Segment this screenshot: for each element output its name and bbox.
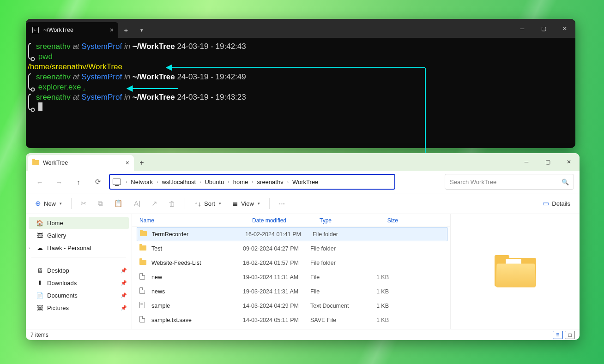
terminal-tab[interactable]: >_ ~/WorkTree × xyxy=(26,22,118,38)
explorer-window: WorkTree × + ─ ▢ ✕ ← → ↑ ⟳ › Network›wsl… xyxy=(26,153,580,340)
file-list: Name Date modified Type Size TermRecorde… xyxy=(132,214,450,329)
folder-icon xyxy=(139,260,149,266)
breadcrumb-seg[interactable]: home xyxy=(233,179,248,185)
explorer-tab[interactable]: WorkTree × xyxy=(28,155,134,171)
file-name: TermRecorder xyxy=(152,231,188,238)
breadcrumb[interactable]: › Network›wsl.localhost›Ubuntu›home›sree… xyxy=(109,174,395,190)
nav-item-label: Home xyxy=(47,220,63,227)
file-type: File folder xyxy=(310,245,364,252)
more-button[interactable]: ⋯ xyxy=(274,197,290,210)
breadcrumb-seg[interactable]: wsl.localhost xyxy=(162,179,196,185)
terminal-minimize[interactable]: ─ xyxy=(512,19,533,38)
separator xyxy=(71,198,72,209)
terminal-icon: >_ xyxy=(32,27,39,33)
file-list-header[interactable]: Name Date modified Type Size xyxy=(132,214,450,227)
nav-pinned-item[interactable]: 📄Documents📌 xyxy=(26,289,132,302)
breadcrumb-seg[interactable]: WorkTree xyxy=(292,179,318,185)
col-date[interactable]: Date modified xyxy=(252,217,320,224)
file-row[interactable]: Website-Feeds-List16-02-2024 01:57 PMFil… xyxy=(132,256,450,270)
explorer-close[interactable]: ✕ xyxy=(558,153,580,171)
nav-item-label: Downloads xyxy=(47,280,77,286)
folder-icon xyxy=(139,245,149,252)
nav-item[interactable]: 🏠Home xyxy=(29,217,129,229)
terminal-dropdown[interactable]: ▾ xyxy=(134,22,150,38)
file-row[interactable]: news19-03-2024 11:31 AMFile1 KB xyxy=(132,284,450,298)
sort-button[interactable]: ↑↓ Sort ▾ xyxy=(190,197,226,210)
terminal-close[interactable]: ✕ xyxy=(554,19,575,38)
breadcrumb-separator: › xyxy=(287,179,289,185)
forward-button[interactable]: → xyxy=(51,173,67,190)
share-button[interactable]: ↗ xyxy=(147,197,162,210)
file-type: File xyxy=(310,274,364,280)
explorer-window-controls: ─ ▢ ✕ xyxy=(516,153,580,171)
home-icon: 🏠 xyxy=(36,220,43,227)
breadcrumb-seg[interactable]: Network xyxy=(131,179,153,185)
file-date: 16-02-2024 01:41 PM xyxy=(245,231,313,238)
breadcrumb-seg[interactable]: Ubuntu xyxy=(205,179,224,185)
nav-pinned-item[interactable]: ⬇Downloads📌 xyxy=(26,277,132,289)
details-label: Details xyxy=(552,200,570,207)
paste-button[interactable]: 📋 xyxy=(109,197,127,210)
explorer-new-tab[interactable]: + xyxy=(134,155,150,171)
file-row[interactable]: new19-03-2024 11:31 AMFile1 KB xyxy=(132,270,450,284)
search-input[interactable]: Search WorkTree 🔍 xyxy=(445,174,574,190)
breadcrumb-seg[interactable]: sreenathv xyxy=(257,179,284,185)
pin-icon: 📌 xyxy=(121,292,127,298)
explorer-tab-close[interactable]: × xyxy=(126,159,129,167)
terminal-maximize[interactable]: ▢ xyxy=(533,19,554,38)
nav-item-label: Desktop xyxy=(47,267,69,274)
status-bar: 7 items ≣ ◫ xyxy=(26,329,580,340)
explorer-titlebar[interactable]: WorkTree × + ─ ▢ ✕ xyxy=(26,153,580,171)
nav-item-label: Gallery xyxy=(47,232,66,239)
delete-button[interactable]: 🗑 xyxy=(164,197,180,210)
file-date: 19-03-2024 11:31 AM xyxy=(243,274,310,280)
file-date: 14-03-2024 05:11 PM xyxy=(243,317,310,323)
details-view-icon[interactable]: ≣ xyxy=(553,331,563,339)
nav-item-label: Pictures xyxy=(47,304,69,311)
view-button[interactable]: ≣ View ▾ xyxy=(228,197,265,210)
new-button[interactable]: ⊕ New ▾ xyxy=(30,197,66,210)
terminal-tab-close[interactable]: × xyxy=(110,26,114,34)
trash-icon: 🗑 xyxy=(169,200,175,208)
file-name: sample xyxy=(151,303,170,309)
pictures-icon: 🖼 xyxy=(36,304,43,311)
refresh-button[interactable]: ⟳ xyxy=(90,173,106,190)
desktop-icon: 🖥 xyxy=(36,267,43,274)
file-size: 1 KB xyxy=(364,288,392,295)
preview-pane xyxy=(450,214,580,329)
rename-button[interactable]: Aǀ xyxy=(129,197,145,210)
col-name[interactable]: Name xyxy=(139,217,252,224)
terminal-window: >_ ~/WorkTree × + ▾ ─ ▢ ✕ sreenathv at S… xyxy=(26,19,575,148)
pin-icon: 📌 xyxy=(121,280,127,286)
nav-item[interactable]: ›☁Hawk - Personal xyxy=(26,242,132,254)
terminal-body[interactable]: sreenathv at SystemProf in ~/WorkTree 24… xyxy=(26,38,575,116)
file-date: 14-03-2024 04:29 PM xyxy=(243,303,310,309)
nav-pane[interactable]: 🏠Home🖼Gallery›☁Hawk - Personal🖥Desktop📌⬇… xyxy=(26,214,132,329)
file-date: 09-02-2024 04:27 PM xyxy=(243,245,310,252)
back-button[interactable]: ← xyxy=(31,173,48,190)
file-row[interactable]: Test09-02-2024 04:27 PMFile folder xyxy=(132,241,450,256)
separator xyxy=(185,198,185,209)
nav-item[interactable]: 🖼Gallery xyxy=(26,229,132,242)
file-rows[interactable]: TermRecorder16-02-2024 01:41 PMFile fold… xyxy=(132,227,450,329)
col-size[interactable]: Size xyxy=(373,217,401,224)
file-row[interactable]: sample.txt.save14-03-2024 05:11 PMSAVE F… xyxy=(132,313,450,327)
file-size: 1 KB xyxy=(364,317,392,323)
cut-button[interactable]: ✂ xyxy=(76,197,91,210)
col-type[interactable]: Type xyxy=(320,217,373,224)
file-icon xyxy=(139,273,149,281)
copy-button[interactable]: ⧉ xyxy=(93,197,108,210)
file-row[interactable]: TermRecorder16-02-2024 01:41 PMFile fold… xyxy=(137,227,447,241)
terminal-titlebar[interactable]: >_ ~/WorkTree × + ▾ ─ ▢ ✕ xyxy=(26,19,575,38)
terminal-new-tab[interactable]: + xyxy=(118,22,134,38)
explorer-minimize[interactable]: ─ xyxy=(516,153,537,171)
explorer-toolbar: ⊕ New ▾ ✂ ⧉ 📋 Aǀ ↗ 🗑 ↑↓ Sort ▾ ≣ View ▾ … xyxy=(26,193,580,214)
large-icons-view-icon[interactable]: ◫ xyxy=(565,331,575,339)
up-button[interactable]: ↑ xyxy=(70,173,87,190)
nav-pinned-item[interactable]: 🖼Pictures📌 xyxy=(26,302,132,314)
nav-pinned-item[interactable]: 🖥Desktop📌 xyxy=(26,264,132,277)
more-icon: ⋯ xyxy=(279,200,285,207)
explorer-maximize[interactable]: ▢ xyxy=(537,153,558,171)
file-row[interactable]: sample14-03-2024 04:29 PMText Document1 … xyxy=(132,298,450,313)
details-button[interactable]: ▭ Details xyxy=(538,197,575,210)
